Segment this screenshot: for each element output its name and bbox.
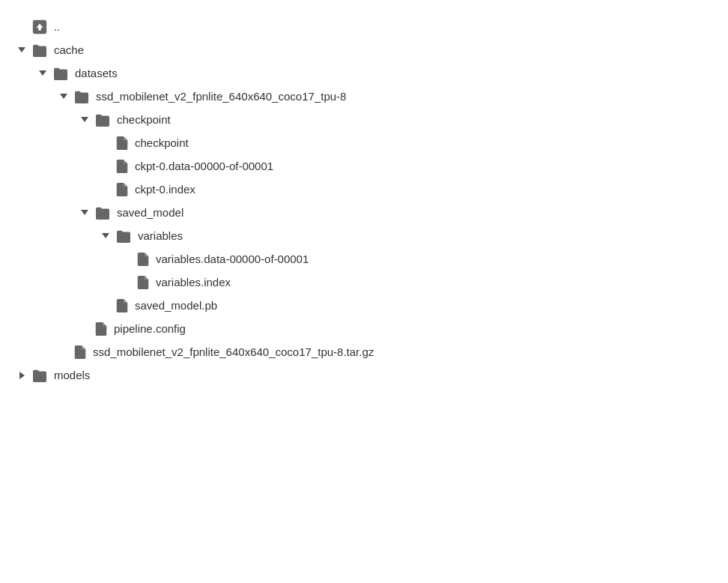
item-label-variables-data: variables.data-00000-of-00001: [156, 249, 309, 269]
tree-item-datasets[interactable]: datasets: [15, 61, 713, 85]
expand-arrow-down[interactable]: [15, 43, 28, 57]
item-label-variables-index: variables.index: [156, 272, 231, 292]
expand-arrow-down[interactable]: [36, 67, 49, 80]
item-label-saved-model-pb: saved_model.pb: [135, 295, 217, 315]
tree-item-pipeline-config: pipeline.config: [15, 317, 713, 340]
item-label-datasets: datasets: [75, 63, 118, 83]
folder-icon: [31, 43, 48, 57]
arrow-spacer: [120, 276, 133, 289]
folder-icon: [31, 369, 48, 382]
folder-icon: [94, 206, 111, 220]
tree-item-ssd-folder[interactable]: ssd_mobilenet_v2_fpnlite_640x640_coco17_…: [15, 85, 713, 108]
tree-item-variables-index: variables.index: [15, 271, 713, 294]
file-icon: [115, 298, 129, 313]
item-label-saved-model-folder: saved_model: [117, 202, 183, 223]
tree-item-saved-model-folder[interactable]: saved_model: [15, 201, 713, 224]
arrow-spacer: [120, 253, 133, 266]
arrow-spacer: [99, 160, 112, 173]
tree-item-ssd-tar: ssd_mobilenet_v2_fpnlite_640x640_coco17_…: [15, 340, 713, 363]
arrow-spacer: [78, 322, 91, 336]
file-icon: [115, 182, 129, 197]
item-label-pipeline-config: pipeline.config: [114, 318, 186, 339]
arrow-spacer: [15, 20, 28, 34]
item-label-variables-folder: variables: [138, 226, 183, 246]
item-label-ssd-folder: ssd_mobilenet_v2_fpnlite_640x640_coco17_…: [96, 86, 346, 106]
expand-arrow-down[interactable]: [99, 229, 112, 243]
expand-arrow-down[interactable]: [78, 113, 91, 127]
item-label-parent-nav: ..: [54, 16, 60, 37]
tree-item-cache[interactable]: cache: [15, 38, 713, 61]
tree-item-checkpoint-file: checkpoint: [15, 131, 713, 154]
item-label-ckpt-data: ckpt-0.data-00000-of-00001: [135, 156, 273, 176]
tree-item-saved-model-pb: saved_model.pb: [15, 294, 713, 317]
item-label-checkpoint-folder: checkpoint: [117, 109, 171, 130]
item-label-models: models: [54, 365, 90, 385]
file-icon: [115, 159, 129, 174]
file-icon: [115, 136, 129, 151]
arrow-spacer: [57, 345, 70, 359]
folder-icon: [115, 229, 132, 243]
arrow-spacer: [99, 299, 112, 312]
tree-item-ckpt-data: ckpt-0.data-00000-of-00001: [15, 154, 713, 178]
arrow-spacer: [99, 136, 112, 150]
file-icon: [136, 252, 150, 267]
expand-arrow-down[interactable]: [57, 90, 70, 103]
arrow-spacer: [99, 183, 112, 196]
tree-item-variables-data: variables.data-00000-of-00001: [15, 247, 713, 271]
item-label-ssd-tar: ssd_mobilenet_v2_fpnlite_640x640_coco17_…: [93, 342, 374, 362]
file-icon: [94, 321, 108, 336]
expand-arrow-down[interactable]: [78, 206, 91, 220]
tree-item-parent-nav: ..: [15, 15, 713, 38]
folder-icon: [52, 67, 69, 80]
item-label-ckpt-index: ckpt-0.index: [135, 179, 195, 199]
file-icon: [136, 275, 150, 290]
tree-item-checkpoint-folder[interactable]: checkpoint: [15, 108, 713, 131]
file-tree: .. cache datasets ssd_mobilenet_v2_fpnli…: [15, 15, 713, 387]
tree-item-variables-folder[interactable]: variables: [15, 224, 713, 247]
expand-arrow-right[interactable]: [15, 369, 28, 382]
nav-up-icon: [31, 19, 48, 35]
file-icon: [73, 345, 87, 360]
item-label-cache: cache: [54, 40, 84, 60]
tree-item-models[interactable]: models: [15, 363, 713, 387]
tree-item-ckpt-index: ckpt-0.index: [15, 178, 713, 201]
folder-icon: [94, 113, 111, 127]
folder-icon: [73, 90, 90, 103]
item-label-checkpoint-file: checkpoint: [135, 133, 189, 153]
